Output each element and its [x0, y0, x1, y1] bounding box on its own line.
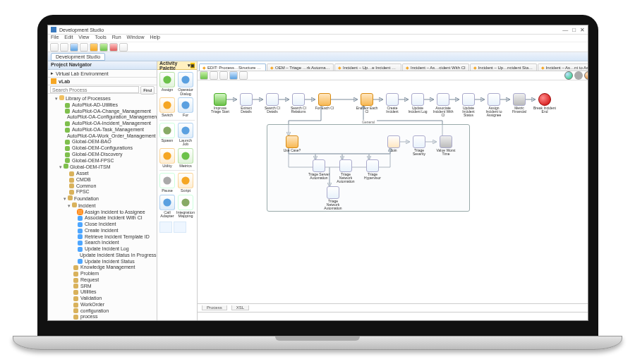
maximize-button[interactable]: □	[572, 27, 576, 33]
tree-folder[interactable]: CMDB	[59, 177, 155, 183]
tree-folder[interactable]: Validation	[64, 296, 155, 302]
palette-item[interactable]: For	[176, 97, 195, 118]
tree-module[interactable]: AutoPilot-OA-Task_Management	[55, 127, 155, 133]
tree-folder[interactable]: SRM	[64, 284, 155, 290]
workflow-node-net2[interactable]: Triage Network Automation	[323, 186, 343, 210]
tree-folder[interactable]: Knowledge Management	[64, 265, 155, 271]
workflow-node-usecase[interactable]: Use Case?	[282, 135, 302, 152]
workflow-node-endfor[interactable]: End For Each CI	[357, 93, 377, 114]
workflow-node-hyp[interactable]: Triage Hypervisor	[363, 159, 382, 180]
menu-help[interactable]: Help	[150, 35, 159, 42]
workflow-node-finan[interactable]: Metric Financial	[509, 93, 529, 114]
editor-tab[interactable]: ◆Incident – As…nt to Assignee	[538, 63, 588, 71]
tree-folder[interactable]: process	[64, 314, 155, 320]
etool-export-icon[interactable]	[239, 71, 248, 80]
editor-tab[interactable]: ◆Incident – Up…ncident Status	[470, 63, 537, 71]
workflow-node-start[interactable]: Improve Triage Start	[210, 93, 230, 114]
palette-item[interactable]: Metrics	[176, 148, 195, 169]
close-button[interactable]: ✕	[580, 27, 585, 33]
palette-extra-1[interactable]	[159, 222, 172, 233]
tree-process[interactable]: Create Incident	[68, 228, 155, 234]
bottom-tab-process[interactable]: Process	[202, 305, 227, 310]
workflow-node-srv[interactable]: Triage Server Automation	[309, 159, 329, 180]
tree-process[interactable]: Close Incident	[68, 222, 155, 228]
minimize-button[interactable]: —	[562, 27, 568, 33]
workflow-node-create[interactable]: Create Incident	[382, 93, 402, 114]
tree-module[interactable]: Global-OEM-BAO	[55, 139, 155, 145]
tree-process[interactable]: Assign Incident to Assignee	[68, 210, 155, 216]
palette-item[interactable]: Operator Dialog	[176, 72, 195, 96]
tool-save-icon[interactable]	[60, 43, 68, 51]
palette-item[interactable]: Script	[176, 173, 195, 193]
tree-module[interactable]: AutoPilot-OA-Change_Management	[55, 109, 155, 115]
tree-process[interactable]: Associate Incident With CI	[68, 215, 155, 222]
bottom-tab-xsl[interactable]: XSL	[231, 305, 249, 310]
tool-breakpoint-icon[interactable]	[90, 43, 98, 51]
tree-module[interactable]: Global-OEM-FPSC	[55, 158, 155, 164]
tree-process[interactable]: Update Incident Log	[68, 246, 155, 253]
globe-icon[interactable]	[564, 71, 573, 80]
tool-stop-icon[interactable]	[109, 43, 118, 51]
workflow-node-sev[interactable]: Triage Severity	[409, 135, 429, 156]
tool-new-icon[interactable]	[50, 43, 59, 51]
etool-align-icon[interactable]	[229, 71, 238, 80]
workflow-node-wtime[interactable]: Value Worst Time	[436, 135, 456, 156]
tree-folder[interactable]: Utilities	[64, 289, 155, 296]
menu-tools[interactable]: Tools	[95, 35, 106, 42]
tree-module[interactable]: AutoPilot-OA-Incident_Management	[55, 121, 155, 127]
workflow-node-assoc[interactable]: Associate Incident With CI	[433, 93, 453, 117]
tool-copy-icon[interactable]	[80, 43, 88, 51]
editor-tab[interactable]: ◆EDIT: Process…Structure Event	[199, 63, 266, 71]
workflow-node-updstat[interactable]: Update Incident Status	[459, 93, 478, 117]
tree-module[interactable]: AutoPilot-OA-Work_Order_Management	[55, 133, 155, 140]
tree-module[interactable]: Global-OEM-Configurations	[55, 145, 155, 152]
palette-item[interactable]: Assign	[159, 72, 175, 96]
search-input[interactable]	[50, 86, 139, 93]
lab-row[interactable]: vLab	[48, 78, 157, 85]
orange-globe-icon[interactable]	[584, 71, 588, 80]
menu-view[interactable]: View	[78, 35, 89, 42]
palette-close-icon[interactable]: ▣	[190, 63, 195, 68]
tree-folder[interactable]: FPSC	[59, 189, 155, 195]
workflow-node-searchrel[interactable]: Search CI Relations	[289, 93, 308, 114]
workflow-node-searchci[interactable]: Search CI Details	[262, 93, 282, 114]
tree-process[interactable]: Update Incident Status In Progress	[68, 253, 155, 259]
workflow-node-join[interactable]: Join	[384, 135, 404, 152]
palette-item[interactable]: Utility	[159, 148, 175, 169]
palette-item[interactable]: Pause	[159, 173, 175, 193]
tree-folder[interactable]: Problem	[64, 271, 155, 277]
tree-module[interactable]: AutoPilot-AD-Utilities	[55, 102, 155, 109]
tree-folder[interactable]: Asset	[59, 171, 155, 177]
workflow-canvas[interactable]: GeneralImprove Triage StartExtract Detai…	[198, 80, 588, 303]
tree-folder[interactable]: Request	[64, 277, 155, 284]
tree-module[interactable]: AutoPilot-OA-Configuration_Management	[55, 114, 155, 121]
tool-help-icon[interactable]	[119, 43, 128, 51]
editor-tab[interactable]: ◆Incident – As…cident With CI	[402, 63, 469, 71]
palette-extra-2[interactable]	[174, 222, 186, 233]
tree-module[interactable]: Global-OEM-Discovery	[55, 152, 155, 158]
workflow-node-foreach[interactable]: For Each CI	[315, 93, 334, 110]
swirl-icon[interactable]	[574, 71, 583, 80]
menu-window[interactable]: Window	[127, 35, 145, 42]
palette-item[interactable]: Call Adapter	[159, 195, 175, 219]
perspective-tab[interactable]: Development Studio	[51, 53, 105, 61]
palette-item[interactable]: Spawn	[159, 123, 175, 147]
tool-open-icon[interactable]	[70, 43, 78, 51]
etool-run-icon[interactable]	[200, 71, 208, 80]
workflow-node-end[interactable]: Break Incident End	[535, 93, 555, 114]
palette-item[interactable]: Integration Mapping	[176, 195, 195, 219]
workflow-node-updlog[interactable]: Update Incident Log	[408, 93, 428, 114]
tree-folder[interactable]: WorkOrder	[64, 302, 155, 308]
project-tree[interactable]: Library of Processes AutoPilot-AD-Utilit…	[48, 94, 157, 320]
menu-file[interactable]: File	[51, 35, 59, 42]
palette-item[interactable]: Launch Job	[176, 123, 195, 147]
workflow-node-assign[interactable]: Assign Incident to Assignee	[484, 93, 504, 117]
editor-tab[interactable]: ◆Incident – Up…e Incident Log	[334, 63, 401, 71]
tree-process[interactable]: Retrieve Incident Template ID	[68, 234, 155, 241]
palette-item[interactable]: Switch	[159, 97, 175, 118]
tree-folder[interactable]: Common	[59, 183, 155, 190]
tool-run-icon[interactable]	[99, 43, 108, 51]
workflow-node-extract[interactable]: Extract Details	[236, 93, 256, 114]
tree-folder[interactable]: configuration	[64, 308, 155, 315]
environment-row[interactable]: ▸ Virtual Lab Environment	[48, 70, 157, 78]
